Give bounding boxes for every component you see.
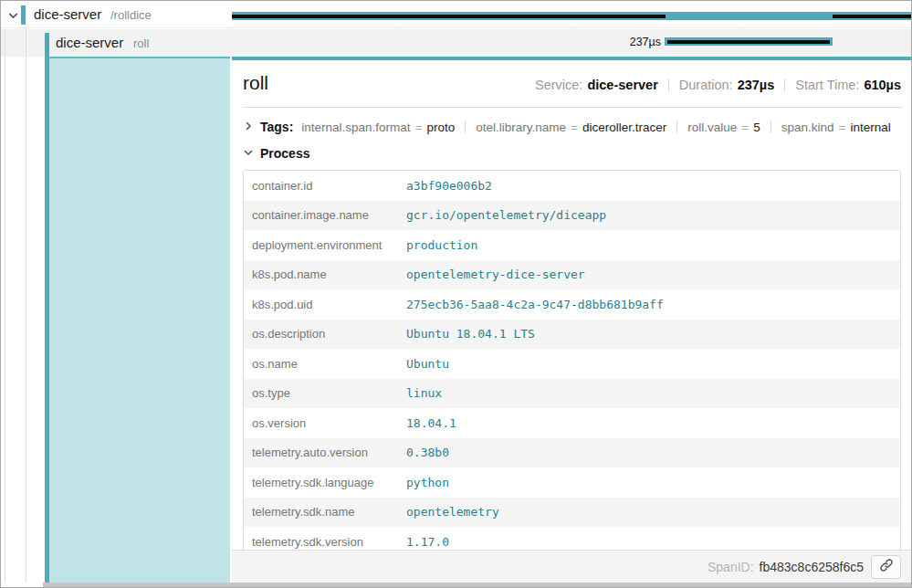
- kv-key: container.id: [244, 179, 406, 193]
- tag-equals: =: [839, 121, 846, 134]
- tag-item: roll.value=5: [687, 121, 760, 134]
- service-name: dice-server: [34, 6, 101, 22]
- header-divider: [243, 107, 901, 108]
- tag-key: otel.library.name: [476, 121, 566, 134]
- kv-value: 1.17.0: [406, 535, 449, 549]
- tag-key: internal.span.format: [301, 121, 410, 134]
- separator: [784, 79, 785, 92]
- span-detail-header: roll Service: dice-server Duration: 237µ…: [243, 72, 901, 99]
- operation-name: /rolldice: [110, 8, 152, 22]
- kv-key: container.image.name: [244, 208, 406, 222]
- chevron-down-icon: [243, 145, 254, 162]
- tag-value: diceroller.tracer: [582, 121, 666, 134]
- link-icon: [879, 558, 894, 576]
- process-accordion-header[interactable]: Process: [243, 141, 901, 165]
- tag-key: span.kind: [781, 121, 834, 134]
- kv-key: deployment.environment: [244, 238, 406, 252]
- service-color-bar: [45, 33, 49, 57]
- span-title: roll: [243, 72, 268, 94]
- table-row: telemetry.sdk.languagepython: [244, 467, 900, 498]
- table-row: os.descriptionUbuntu 18.04.1 LTS: [244, 320, 900, 350]
- kv-value: 18.04.1: [406, 416, 456, 430]
- kv-key: k8s.pod.uid: [244, 298, 406, 311]
- kv-key: telemetry.sdk.name: [244, 505, 406, 519]
- span-row-rolldice[interactable]: dice-server /rolldice: [1, 1, 911, 28]
- kv-key: k8s.pod.name: [244, 268, 406, 281]
- tag-equals: =: [571, 121, 578, 134]
- tag-item: span.kind=internal: [781, 121, 891, 134]
- kv-value: python: [406, 476, 449, 489]
- table-row: container.ida3bf90e006b2: [244, 171, 900, 201]
- detail-row-color-block: [49, 57, 230, 583]
- kv-value: opentelemetry-dice-server: [406, 268, 585, 281]
- table-row: os.typelinux: [244, 379, 900, 409]
- span-summary: Service: dice-server Duration: 237µs Sta…: [535, 78, 901, 92]
- spanid-label: SpanID:: [708, 560, 754, 574]
- kv-key: os.description: [244, 327, 406, 341]
- span-bar-self-segment: [667, 40, 830, 44]
- tag-equals: =: [741, 121, 749, 134]
- bottom-scroll-strip: [43, 583, 911, 587]
- service-value: dice-server: [587, 78, 657, 92]
- duration-label: Duration:: [679, 78, 733, 92]
- separator: [465, 121, 466, 133]
- duration-value: 237µs: [738, 78, 775, 92]
- operation-name: roll: [133, 37, 149, 50]
- chevron-right-icon: [243, 121, 254, 134]
- tree-guide-line: [26, 29, 26, 583]
- separator: [668, 79, 669, 92]
- tag-equals: =: [415, 121, 423, 134]
- kv-key: os.type: [244, 386, 406, 400]
- tag-value: internal: [850, 121, 890, 134]
- service-color-bar: [21, 5, 26, 25]
- span-duration-label: 237µs: [521, 36, 661, 48]
- kv-value: Ubuntu: [406, 357, 449, 371]
- service-label: Service:: [535, 78, 582, 92]
- kv-value: 275ecb36-5aa8-4c2a-9c47-d8bb681b9aff: [406, 298, 664, 311]
- start-time-value: 610µs: [864, 78, 901, 92]
- kv-key: telemetry.sdk.version: [244, 535, 406, 549]
- copy-link-button[interactable]: [871, 555, 901, 579]
- kv-key: os.name: [244, 357, 406, 371]
- table-row: k8s.pod.nameopentelemetry-dice-server: [244, 260, 900, 290]
- table-row: telemetry.sdk.nameopentelemetry: [244, 498, 900, 528]
- service-name: dice-server: [56, 35, 123, 50]
- tag-key: roll.value: [687, 121, 737, 134]
- tag-item: internal.span.format=proto: [301, 121, 455, 134]
- table-row: deployment.environmentproduction: [244, 230, 900, 260]
- tag-item: otel.library.name=diceroller.tracer: [476, 121, 666, 134]
- chevron-down-icon[interactable]: [7, 9, 19, 26]
- tree-guide-line: [5, 29, 5, 583]
- kv-key: telemetry.sdk.language: [244, 476, 406, 489]
- table-row: telemetry.auto.version0.38b0: [244, 438, 900, 468]
- separator: [770, 121, 771, 133]
- process-label: Process: [260, 146, 309, 161]
- span-detail-panel: roll Service: dice-server Duration: 237µ…: [232, 57, 912, 583]
- kv-value: gcr.io/opentelemetry/diceapp: [406, 208, 606, 222]
- kv-value: Ubuntu 18.04.1 LTS: [406, 327, 535, 341]
- process-kv-table: container.ida3bf90e006b2 container.image…: [243, 170, 901, 558]
- jaeger-trace-detail-view: dice-server /rolldice dice-server roll 2…: [0, 0, 912, 588]
- table-row: os.version18.04.1: [244, 408, 900, 438]
- span-bar-self-segment: [833, 15, 912, 18]
- tags-label: Tags:: [260, 120, 293, 134]
- kv-value: a3bf90e006b2: [406, 179, 492, 193]
- kv-value: production: [406, 238, 477, 252]
- table-row: container.image.namegcr.io/opentelemetry…: [244, 201, 900, 231]
- kv-key: os.version: [244, 416, 406, 430]
- span-bar-self-segment: [232, 15, 666, 18]
- separator: [676, 121, 677, 133]
- tag-value: 5: [753, 121, 760, 134]
- kv-value: opentelemetry: [406, 505, 499, 519]
- table-row: os.nameUbuntu: [244, 349, 900, 379]
- spanid-value: fb483c8c6258f6c5: [760, 560, 864, 574]
- span-detail-footer: SpanID: fb483c8c6258f6c5: [232, 550, 912, 583]
- start-time-label: Start Time:: [795, 78, 859, 92]
- tags-accordion-header[interactable]: Tags: internal.span.format=proto otel.li…: [243, 114, 901, 140]
- kv-value: linux: [406, 386, 442, 400]
- tag-value: proto: [427, 121, 456, 134]
- span-row-roll[interactable]: dice-server roll 237µs: [1, 29, 911, 57]
- kv-value: 0.38b0: [406, 446, 449, 459]
- span-bar-roll[interactable]: [665, 37, 833, 46]
- span-bar-rolldice[interactable]: [232, 12, 912, 20]
